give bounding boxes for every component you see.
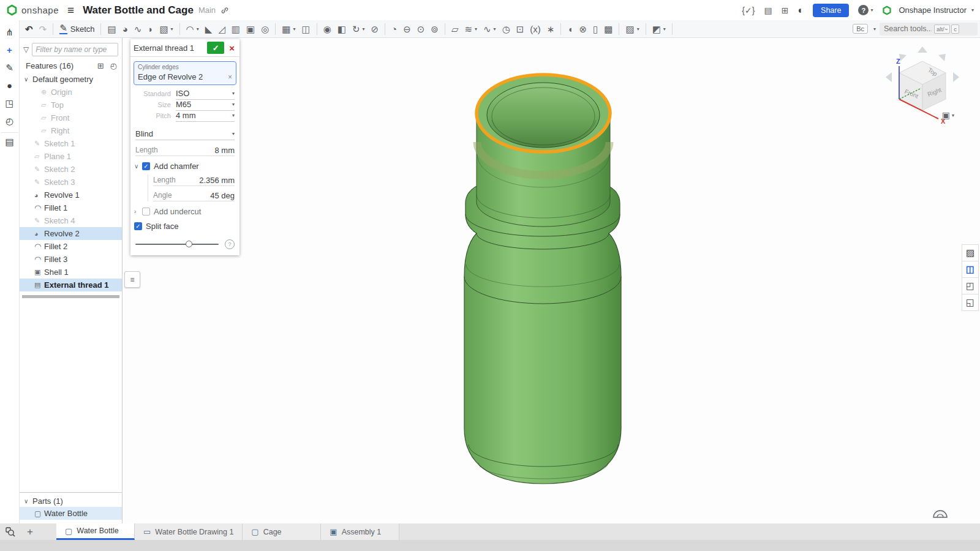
delete-face-button[interactable]: ⊖ xyxy=(401,23,413,35)
search-tools-box[interactable]: alt/~ c xyxy=(880,23,978,36)
surface-tools-button[interactable]: ◩ ▾ xyxy=(650,23,668,35)
loft-button[interactable]: ◗ xyxy=(145,23,156,35)
slider-knob[interactable] xyxy=(186,241,192,247)
add-tab-button[interactable]: + xyxy=(21,523,39,540)
feature-front-plane[interactable]: Front xyxy=(20,111,122,124)
feature-sketch-4[interactable]: Sketch 4 xyxy=(20,214,122,227)
mirror-button[interactable]: ◫ xyxy=(299,23,312,35)
fillet-button[interactable]: ◠ ▾ xyxy=(184,23,202,35)
extrude-button[interactable]: ▤ xyxy=(105,23,118,35)
redo-button[interactable]: ↷ xyxy=(37,23,50,35)
revolve-button[interactable]: ◕ xyxy=(120,23,130,35)
chamfer-angle-field[interactable]: Angle 45 deg xyxy=(153,190,235,201)
help-menu[interactable]: ? ▾ xyxy=(858,5,873,15)
sheet-metal-flat-button[interactable]: ⊗ xyxy=(576,23,589,35)
undo-button[interactable]: ↶ xyxy=(23,23,36,35)
learning-icon[interactable]: ◳ xyxy=(1,94,18,112)
checklist-icon[interactable]: ▤ xyxy=(1,132,18,151)
opacity-slider[interactable] xyxy=(135,244,219,245)
feature-plane-1[interactable]: Plane 1 xyxy=(20,150,122,163)
spline-button[interactable]: ∿ ▾ xyxy=(481,23,499,35)
feature-fillet-3[interactable]: Fillet 3 xyxy=(20,253,122,266)
cylinder-edges-selection[interactable]: Cylinder edges Edge of Revolve 2 × xyxy=(134,61,236,85)
feature-origin[interactable]: Origin xyxy=(20,86,122,99)
chevron-right-icon[interactable]: › xyxy=(134,208,142,215)
feature-list-flyout-handle[interactable]: ≡ xyxy=(124,271,140,288)
shell-button[interactable]: ▣ xyxy=(244,23,257,35)
sweep-button[interactable]: ∿ xyxy=(132,23,145,35)
comments-icon[interactable]: ● xyxy=(1,77,18,94)
share-link-icon[interactable] xyxy=(221,6,229,15)
variable-button[interactable]: (x) xyxy=(527,23,543,35)
release-management-icon[interactable]: ▤ xyxy=(764,6,772,15)
sketch-button[interactable]: ✎ Sketch xyxy=(57,22,97,36)
versions-icon[interactable]: ⋔ xyxy=(1,23,18,41)
tab-water-bottle-drawing-1[interactable]: ▭ Water Bottle Drawing 1 xyxy=(135,523,243,540)
parts-header[interactable]: ∨ Parts (1) xyxy=(20,495,122,507)
feature-revolve-2[interactable]: Revolve 2 xyxy=(20,227,122,240)
projected-curve-button[interactable]: ⊡ xyxy=(514,23,527,35)
feature-sketch-3[interactable]: Sketch 3 xyxy=(20,176,122,189)
part-water-bottle[interactable]: Water Bottle xyxy=(20,507,122,520)
dialog-help-icon[interactable]: ? xyxy=(225,239,235,249)
feature-revolve-1[interactable]: Revolve 1 xyxy=(20,189,122,201)
circular-pattern-button[interactable]: ◷ xyxy=(500,23,513,35)
app-store-icon[interactable]: ⊞ xyxy=(782,6,789,15)
feature-sketch-2[interactable]: Sketch 2 xyxy=(20,163,122,176)
share-button[interactable]: Share xyxy=(813,4,849,17)
rib-button[interactable]: ▥ xyxy=(229,23,243,35)
clear-selection-icon[interactable]: × xyxy=(228,73,232,81)
delete-part-button[interactable]: ⊘ xyxy=(369,23,382,35)
appearance-icon[interactable]: ▨ xyxy=(962,244,979,261)
language-icon[interactable]: ◐ xyxy=(797,5,804,16)
bill-of-characterization-button[interactable]: Bc xyxy=(853,24,868,34)
transform-button[interactable]: ↻ ▾ xyxy=(350,23,368,35)
history-icon[interactable]: ◴ xyxy=(1,112,18,130)
feature-fillet-2[interactable]: Fillet 2 xyxy=(20,240,122,253)
onshape-logo-icon[interactable] xyxy=(6,4,18,16)
feature-default-geometry[interactable]: ∨ Default geometry xyxy=(20,73,122,86)
pitch-select[interactable]: Pitch 4 mm ▾ xyxy=(135,110,235,121)
hole-button[interactable]: ◎ xyxy=(258,23,271,35)
draft-button[interactable]: ◿ xyxy=(216,23,228,35)
named-views-icon[interactable]: ◫ xyxy=(962,261,979,277)
move-face-button[interactable]: ⊙ xyxy=(415,23,428,35)
chevron-down-icon[interactable]: ∨ xyxy=(134,163,142,170)
hamburger-menu-icon[interactable]: ≡ xyxy=(67,4,74,17)
end-type-select[interactable]: Blind ▾ xyxy=(135,127,235,140)
protractor-icon[interactable] xyxy=(932,509,948,519)
feature-shell-1[interactable]: Shell 1 xyxy=(20,266,122,279)
frame-button[interactable]: ▩ xyxy=(601,23,615,35)
user-menu[interactable]: Onshape Instructor ▾ xyxy=(882,6,974,15)
add-undercut-checkbox[interactable] xyxy=(142,208,150,216)
chamfer-length-field[interactable]: Length 2.356 mm xyxy=(153,174,235,186)
rollback-history-icon[interactable]: ◴ xyxy=(110,61,117,70)
sheet-metal-model-button[interactable]: ◖ xyxy=(565,23,575,35)
sheet-metal-table-button[interactable]: ▯ xyxy=(590,23,600,35)
new-folder-icon[interactable]: ⊞ xyxy=(97,61,104,70)
graphics-viewport[interactable]: ≡ Top Front Right Z X ▣ ▾ ▨◫◰◱ xyxy=(123,38,980,523)
split-face-checkbox[interactable] xyxy=(134,222,142,230)
size-select[interactable]: Size M65 ▾ xyxy=(135,99,235,110)
feature-right-plane[interactable]: Right xyxy=(20,124,122,137)
workspace-label[interactable]: Main xyxy=(198,6,216,15)
insert-items-icon[interactable]: + xyxy=(1,41,18,59)
chevron-down-icon[interactable]: ▾ xyxy=(873,26,876,32)
feature-rollup-bar[interactable] xyxy=(22,295,119,298)
linear-pattern-button[interactable]: ▦ ▾ xyxy=(279,23,298,35)
tab-assembly-1[interactable]: ▣ Assembly 1 xyxy=(321,523,399,540)
featurescript-icon[interactable]: {✓} xyxy=(742,6,755,15)
boolean-button[interactable]: ◉ xyxy=(321,23,334,35)
chamfer-button[interactable]: ◣ xyxy=(203,23,215,35)
feature-external-thread-1[interactable]: External thread 1 xyxy=(20,279,122,291)
standard-select[interactable]: Standard ISO ▾ xyxy=(135,88,235,99)
isolate-icon[interactable]: ◱ xyxy=(962,294,979,311)
variable-studio-button[interactable]: ∗ xyxy=(545,23,557,35)
thicken-button[interactable]: ▧ ▾ xyxy=(157,23,175,35)
helix-button[interactable]: ≋ ▾ xyxy=(462,23,480,35)
accept-button[interactable]: ✓ xyxy=(207,42,224,54)
cancel-button[interactable]: × xyxy=(229,43,235,53)
plane-button[interactable]: ▱ xyxy=(449,23,461,35)
tab-cage[interactable]: ▢ Cage xyxy=(243,523,321,540)
tab-water-bottle[interactable]: ▢ Water Bottle xyxy=(56,523,135,540)
